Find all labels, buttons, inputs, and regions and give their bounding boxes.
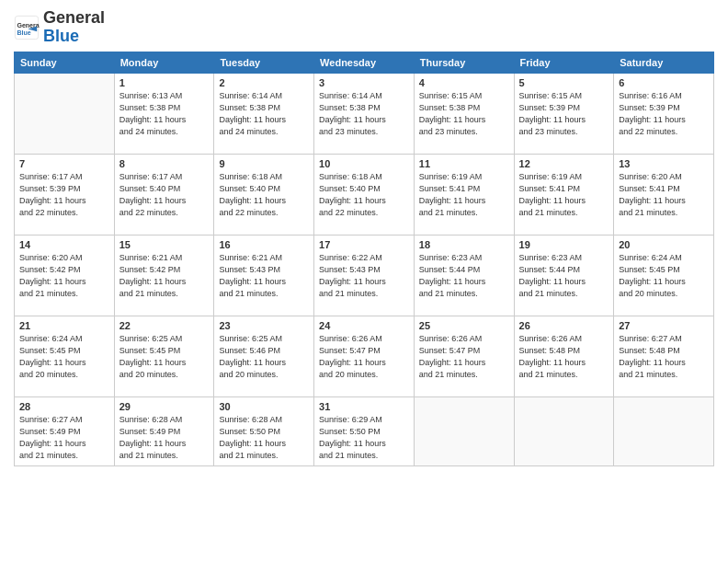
column-header-thursday: Thursday	[414, 52, 514, 73]
column-header-monday: Monday	[114, 52, 214, 73]
day-info: Sunrise: 6:17 AM Sunset: 5:39 PM Dayligh…	[19, 171, 109, 219]
day-number: 21	[19, 320, 109, 331]
calendar-cell: 10Sunrise: 6:18 AM Sunset: 5:40 PM Dayli…	[314, 154, 415, 235]
calendar-cell: 2Sunrise: 6:14 AM Sunset: 5:38 PM Daylig…	[214, 73, 314, 154]
day-number: 19	[519, 239, 609, 250]
calendar-cell: 19Sunrise: 6:23 AM Sunset: 5:44 PM Dayli…	[514, 235, 614, 316]
day-number: 29	[119, 401, 210, 412]
day-number: 9	[219, 158, 309, 169]
calendar-cell: 29Sunrise: 6:28 AM Sunset: 5:49 PM Dayli…	[114, 396, 214, 465]
day-info: Sunrise: 6:24 AM Sunset: 5:45 PM Dayligh…	[619, 252, 709, 300]
day-number: 14	[19, 239, 109, 250]
calendar-cell: 14Sunrise: 6:20 AM Sunset: 5:42 PM Dayli…	[15, 235, 115, 316]
day-info: Sunrise: 6:27 AM Sunset: 5:48 PM Dayligh…	[619, 333, 709, 381]
calendar-cell: 3Sunrise: 6:14 AM Sunset: 5:38 PM Daylig…	[314, 73, 415, 154]
day-number: 13	[619, 158, 709, 169]
day-info: Sunrise: 6:21 AM Sunset: 5:42 PM Dayligh…	[119, 252, 210, 300]
calendar-cell: 9Sunrise: 6:18 AM Sunset: 5:40 PM Daylig…	[214, 154, 314, 235]
calendar-cell: 5Sunrise: 6:15 AM Sunset: 5:39 PM Daylig…	[514, 73, 614, 154]
column-header-friday: Friday	[514, 52, 614, 73]
day-number: 7	[19, 158, 109, 169]
logo-general: General	[43, 8, 105, 27]
day-info: Sunrise: 6:23 AM Sunset: 5:44 PM Dayligh…	[519, 252, 609, 300]
column-header-saturday: Saturday	[614, 52, 714, 73]
day-info: Sunrise: 6:18 AM Sunset: 5:40 PM Dayligh…	[219, 171, 309, 219]
calendar-cell: 26Sunrise: 6:26 AM Sunset: 5:48 PM Dayli…	[514, 316, 614, 396]
calendar-cell: 30Sunrise: 6:28 AM Sunset: 5:50 PM Dayli…	[214, 396, 314, 465]
calendar-cell: 7Sunrise: 6:17 AM Sunset: 5:39 PM Daylig…	[15, 154, 115, 235]
day-number: 26	[519, 320, 609, 331]
calendar-cell: 25Sunrise: 6:26 AM Sunset: 5:47 PM Dayli…	[414, 316, 514, 396]
calendar-cell: 17Sunrise: 6:22 AM Sunset: 5:43 PM Dayli…	[314, 235, 415, 316]
column-header-tuesday: Tuesday	[214, 52, 314, 73]
day-number: 17	[319, 239, 409, 250]
day-number: 3	[319, 77, 409, 88]
calendar-cell	[514, 396, 614, 465]
day-info: Sunrise: 6:26 AM Sunset: 5:48 PM Dayligh…	[519, 333, 609, 381]
day-info: Sunrise: 6:14 AM Sunset: 5:38 PM Dayligh…	[319, 90, 409, 138]
day-number: 16	[219, 239, 309, 250]
column-header-wednesday: Wednesday	[314, 52, 415, 73]
calendar-cell: 27Sunrise: 6:27 AM Sunset: 5:48 PM Dayli…	[614, 316, 714, 396]
calendar-cell: 12Sunrise: 6:19 AM Sunset: 5:41 PM Dayli…	[514, 154, 614, 235]
calendar-cell: 22Sunrise: 6:25 AM Sunset: 5:45 PM Dayli…	[114, 316, 214, 396]
calendar-cell	[414, 396, 514, 465]
calendar-cell: 11Sunrise: 6:19 AM Sunset: 5:41 PM Dayli…	[414, 154, 514, 235]
day-number: 6	[619, 77, 709, 88]
calendar-cell	[15, 73, 115, 154]
day-number: 30	[219, 401, 309, 412]
calendar-cell: 28Sunrise: 6:27 AM Sunset: 5:49 PM Dayli…	[15, 396, 115, 465]
day-info: Sunrise: 6:24 AM Sunset: 5:45 PM Dayligh…	[19, 333, 109, 381]
day-info: Sunrise: 6:19 AM Sunset: 5:41 PM Dayligh…	[519, 171, 609, 219]
day-number: 31	[319, 401, 409, 412]
day-number: 28	[19, 401, 109, 412]
day-info: Sunrise: 6:20 AM Sunset: 5:42 PM Dayligh…	[19, 252, 109, 300]
day-info: Sunrise: 6:15 AM Sunset: 5:38 PM Dayligh…	[419, 90, 509, 138]
day-info: Sunrise: 6:17 AM Sunset: 5:40 PM Dayligh…	[119, 171, 210, 219]
day-info: Sunrise: 6:29 AM Sunset: 5:50 PM Dayligh…	[319, 414, 409, 462]
calendar-cell: 1Sunrise: 6:13 AM Sunset: 5:38 PM Daylig…	[114, 73, 214, 154]
day-info: Sunrise: 6:13 AM Sunset: 5:38 PM Dayligh…	[119, 90, 210, 138]
day-number: 8	[119, 158, 210, 169]
calendar-cell: 4Sunrise: 6:15 AM Sunset: 5:38 PM Daylig…	[414, 73, 514, 154]
calendar-cell: 18Sunrise: 6:23 AM Sunset: 5:44 PM Dayli…	[414, 235, 514, 316]
day-number: 27	[619, 320, 709, 331]
logo-icon: General Blue	[14, 15, 40, 40]
calendar-week-row: 21Sunrise: 6:24 AM Sunset: 5:45 PM Dayli…	[15, 316, 714, 396]
day-info: Sunrise: 6:26 AM Sunset: 5:47 PM Dayligh…	[419, 333, 509, 381]
day-number: 10	[319, 158, 409, 169]
header: General Blue General Blue	[14, 9, 714, 46]
day-info: Sunrise: 6:25 AM Sunset: 5:45 PM Dayligh…	[119, 333, 210, 381]
calendar-cell: 8Sunrise: 6:17 AM Sunset: 5:40 PM Daylig…	[114, 154, 214, 235]
calendar-cell: 16Sunrise: 6:21 AM Sunset: 5:43 PM Dayli…	[214, 235, 314, 316]
logo-text: General Blue	[43, 9, 105, 46]
day-info: Sunrise: 6:27 AM Sunset: 5:49 PM Dayligh…	[19, 414, 109, 462]
day-info: Sunrise: 6:28 AM Sunset: 5:49 PM Dayligh…	[119, 414, 210, 462]
logo-area: General Blue General Blue	[14, 9, 105, 46]
calendar-header-row: SundayMondayTuesdayWednesdayThursdayFrid…	[15, 52, 714, 73]
day-number: 4	[419, 77, 509, 88]
page: General Blue General Blue SundayMondayTu…	[0, 0, 728, 563]
calendar-cell: 31Sunrise: 6:29 AM Sunset: 5:50 PM Dayli…	[314, 396, 415, 465]
calendar-week-row: 28Sunrise: 6:27 AM Sunset: 5:49 PM Dayli…	[15, 396, 714, 465]
day-info: Sunrise: 6:21 AM Sunset: 5:43 PM Dayligh…	[219, 252, 309, 300]
day-info: Sunrise: 6:25 AM Sunset: 5:46 PM Dayligh…	[219, 333, 309, 381]
calendar-week-row: 7Sunrise: 6:17 AM Sunset: 5:39 PM Daylig…	[15, 154, 714, 235]
day-number: 23	[219, 320, 309, 331]
calendar-cell: 6Sunrise: 6:16 AM Sunset: 5:39 PM Daylig…	[614, 73, 714, 154]
day-number: 25	[419, 320, 509, 331]
calendar-cell: 20Sunrise: 6:24 AM Sunset: 5:45 PM Dayli…	[614, 235, 714, 316]
column-header-sunday: Sunday	[15, 52, 115, 73]
day-number: 24	[319, 320, 409, 331]
day-number: 12	[519, 158, 609, 169]
calendar-cell: 24Sunrise: 6:26 AM Sunset: 5:47 PM Dayli…	[314, 316, 415, 396]
day-info: Sunrise: 6:23 AM Sunset: 5:44 PM Dayligh…	[419, 252, 509, 300]
calendar-table: SundayMondayTuesdayWednesdayThursdayFrid…	[14, 52, 714, 466]
calendar-cell: 23Sunrise: 6:25 AM Sunset: 5:46 PM Dayli…	[214, 316, 314, 396]
day-info: Sunrise: 6:18 AM Sunset: 5:40 PM Dayligh…	[319, 171, 409, 219]
day-number: 1	[119, 77, 210, 88]
calendar-cell: 15Sunrise: 6:21 AM Sunset: 5:42 PM Dayli…	[114, 235, 214, 316]
day-number: 5	[519, 77, 609, 88]
day-info: Sunrise: 6:26 AM Sunset: 5:47 PM Dayligh…	[319, 333, 409, 381]
calendar-cell: 21Sunrise: 6:24 AM Sunset: 5:45 PM Dayli…	[15, 316, 115, 396]
